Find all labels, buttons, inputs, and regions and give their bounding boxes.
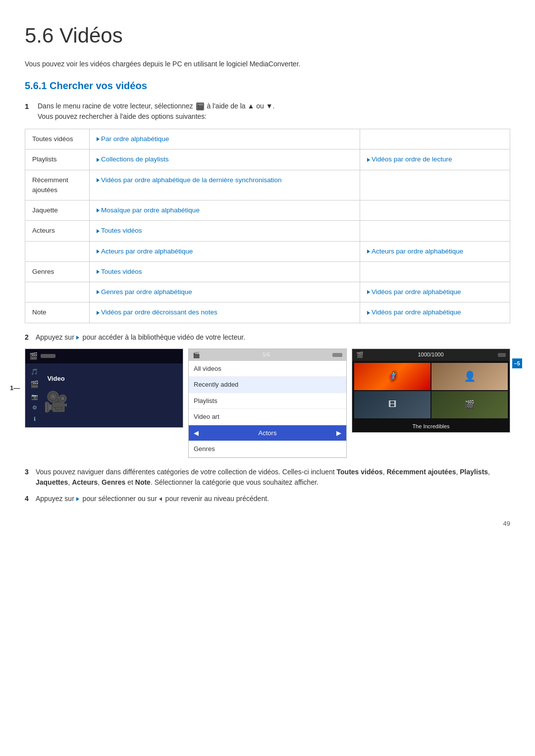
step-4-block: 4 Appuyez sur pour sélectionner ou sur p… (25, 494, 510, 504)
arrow-icon (97, 229, 100, 233)
table-cell-option1: Toutes vidéos (90, 221, 360, 241)
step-3-text: Vous pouvez naviguer dans différentes ca… (36, 467, 510, 488)
step-2-text: Appuyez sur pour accéder à la bibliothèq… (36, 332, 245, 343)
table-cell-option2 (360, 201, 510, 221)
ss1-label: Video (47, 374, 64, 384)
table-cell-category: Note (25, 302, 90, 323)
table-row: Jaquette Mosaïque par ordre alphabétique (25, 201, 510, 221)
table-cell-option2: Vidéos par ordre alphabétique (360, 282, 510, 302)
video-camera-icon: 🎥 (44, 387, 68, 416)
page-number: 49 (25, 519, 510, 529)
thumb-icon-1: 🦸 (386, 369, 399, 384)
table-cell-option1: Genres par ordre alphabétique (90, 282, 360, 302)
table-cell-option2 (360, 221, 510, 241)
thumb-icon-4: 🎬 (465, 399, 475, 410)
thumb-1: 🦸 (354, 363, 430, 390)
step-1-block: 1 Dans le menu racine de votre lecteur, … (25, 101, 510, 323)
step-1-intro: 1 Dans le menu racine de votre lecteur, … (25, 101, 510, 122)
table-cell-category: Acteurs (25, 221, 90, 241)
ss2-item-playlists: Playlists (189, 393, 346, 409)
step-side-label-1: 1— (10, 383, 20, 393)
arrow-icon (97, 250, 100, 253)
table-cell-option1: Collections de playlists (90, 150, 360, 170)
table-cell-option1: Vidéos par ordre décroissant des notes (90, 302, 360, 323)
thumb-4: 🎬 (431, 391, 508, 418)
table-cell-option1: Mosaïque par ordre alphabétique (90, 201, 360, 221)
ss2-item-recentlyadded: Recently added (189, 377, 346, 393)
forward-arrow-icon (76, 497, 79, 501)
table-cell-option1: Par ordre alphabétique (90, 129, 360, 150)
table-cell-category: Genres (25, 261, 90, 282)
thumb-3: 🎞 (354, 391, 430, 418)
arrow-icon (97, 137, 100, 141)
ss2-header: 🎬 5/6 (189, 349, 346, 361)
ss2-item-actors: ◀ Actors ▶ (189, 425, 346, 442)
ss3-caption: The Incredibles (352, 420, 510, 433)
step-1-number: 1 (25, 101, 36, 112)
step-2-number: 2 (25, 332, 36, 343)
arrow-icon (97, 158, 100, 162)
arrow-icon (97, 311, 100, 315)
step-4-number: 4 (25, 494, 36, 504)
actors-label: Actors (259, 428, 277, 438)
table-cell-option2: Acteurs par ordre alphabétique (360, 241, 510, 261)
ss3-header: 🎬 1000/1000 (352, 349, 510, 361)
table-cell-option2: Vidéos par ordre de lecture (360, 150, 510, 170)
step-side-label-5: –5 (512, 358, 522, 369)
arrow-icon (367, 290, 370, 294)
arrow-icon (97, 208, 100, 212)
screenshot-3-wrapper: 🎬 1000/1000 🦸 👤 🎞 🎬 The Incredibles (352, 349, 510, 433)
thumb-icon-3: 🎞 (388, 399, 396, 410)
table-cell-category: Toutes vidéos (25, 129, 90, 150)
table-row: Playlists Collections de playlists Vidéo… (25, 150, 510, 170)
back-arrow-icon (159, 497, 162, 501)
ss3-thumbnail-grid: 🦸 👤 🎞 🎬 (352, 361, 510, 420)
step-2-block: 2 Appuyez sur pour accéder à la biblioth… (25, 332, 510, 343)
arrow-icon (97, 178, 100, 182)
left-arrow-icon: ◀ (194, 428, 199, 438)
table-row: Toutes vidéos Par ordre alphabétique (25, 129, 510, 150)
table-cell-option2 (360, 129, 510, 150)
table-cell-category: Jaquette (25, 201, 90, 221)
screenshot-1-wrapper: 🎬 🎵 🎬 📷 ⚙ ℹ Video 🎥 1— (25, 349, 183, 428)
arrow-icon (367, 311, 370, 315)
ss1-top-bar: 🎬 (25, 349, 183, 363)
table-cell-option2 (360, 261, 510, 282)
screenshots-row: 🎬 🎵 🎬 📷 ⚙ ℹ Video 🎥 1— (25, 349, 510, 458)
table-cell-category (25, 282, 90, 302)
intro-paragraph: Vous pouvez voir les vidéos chargées dep… (25, 59, 510, 69)
thumb-icon-2: 👤 (464, 369, 476, 384)
section-title: 5.6.1 Chercher vos vidéos (25, 78, 510, 93)
table-row: Genres Toutes vidéos (25, 261, 510, 282)
step-4-text: Appuyez sur pour sélectionner ou sur pou… (36, 494, 269, 504)
ss2-item-videoart: Video art (189, 409, 346, 425)
table-cell-option2: Vidéos par ordre alphabétique (360, 302, 510, 323)
table-cell-option1: Toutes vidéos (90, 261, 360, 282)
table-cell-category: Playlists (25, 150, 90, 170)
arrow-icon (97, 270, 100, 274)
screenshot-3: 🎬 1000/1000 🦸 👤 🎞 🎬 The Incredibles (352, 349, 510, 433)
table-row: Note Vidéos par ordre décroissant des no… (25, 302, 510, 323)
table-row: Acteurs Toutes vidéos (25, 221, 510, 241)
table-cell-category (25, 241, 90, 261)
ss2-item-allvideos: All videos (189, 361, 346, 377)
arrow-icon (97, 290, 100, 294)
video-menu-icon: 🎬 (196, 102, 204, 110)
ss1-body: 🎵 🎬 📷 ⚙ ℹ Video 🎥 (25, 363, 183, 427)
right-arrow-icon: ▶ (336, 428, 341, 438)
table-cell-option1: Acteurs par ordre alphabétique (90, 241, 360, 261)
table-row: Acteurs par ordre alphabétique Acteurs p… (25, 241, 510, 261)
step-1-text: Dans le menu racine de votre lecteur, sé… (38, 101, 274, 122)
screenshot-2: 🎬 5/6 All videos Recently added Playlist… (188, 349, 347, 458)
ss1-icon-list: 🎵 🎬 📷 ⚙ ℹ (30, 367, 39, 423)
ss2-item-genres: Genres (189, 441, 346, 457)
navigation-table: Toutes vidéos Par ordre alphabétique Pla… (25, 129, 510, 323)
arrow-icon (367, 158, 370, 162)
ss3-counter: 1000/1000 (418, 351, 444, 359)
page-title: 5.6 Vidéos (25, 20, 510, 51)
arrow-icon (367, 250, 370, 253)
table-row: Genres par ordre alphabétique Vidéos par… (25, 282, 510, 302)
screenshot-2-wrapper: 🎬 5/6 All videos Recently added Playlist… (188, 349, 347, 458)
table-cell-option2 (360, 170, 510, 201)
ss2-counter: 5/6 (263, 351, 270, 359)
